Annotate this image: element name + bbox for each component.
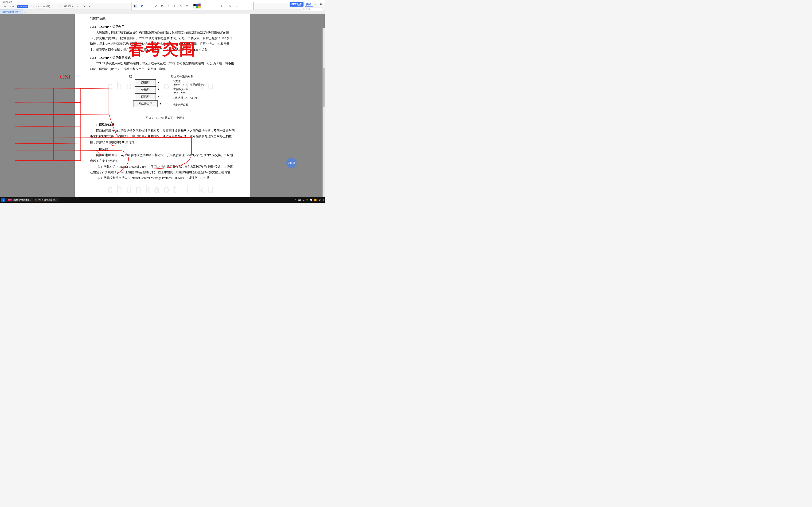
tray-ime-icon[interactable]: ⌨ xyxy=(298,199,301,201)
redo-anno-button[interactable]: ↷ xyxy=(213,4,217,8)
color-palette[interactable] xyxy=(193,4,203,8)
paragraph: TCP/IP 协议也采用分层体系结构，对应开放系统互连（OSI）参考模型的层次结… xyxy=(90,60,235,72)
tray-chevron-icon[interactable]: ^ xyxy=(295,199,296,201)
undo-icon: ↶ xyxy=(209,5,210,7)
arrow-icon xyxy=(167,5,170,7)
arrow xyxy=(158,97,171,97)
page-number-input[interactable] xyxy=(37,5,42,8)
cursor-icon xyxy=(134,5,137,7)
rect-icon xyxy=(149,5,151,7)
print-button[interactable]: 🖨 打印 xyxy=(9,5,15,8)
fullscreen-button[interactable]: ⛶ xyxy=(319,3,323,6)
timer-badge[interactable]: 04:08 xyxy=(286,158,297,168)
taskbar-label: 计算机网络技术第... xyxy=(13,199,31,202)
annotation-osi-label: OSI xyxy=(60,73,70,80)
heading-2: 2. 网际层 xyxy=(90,147,235,152)
annotation-toolbar[interactable]: T ↶ ↷ 🗑 🔍 ✕ xyxy=(132,2,254,10)
taskbar-label: TCPIP往年真题.do... xyxy=(38,199,57,202)
color-black[interactable] xyxy=(193,4,196,6)
svg-point-2 xyxy=(161,5,163,7)
ellipse-icon xyxy=(161,5,163,7)
page-nav: ← /179页 → xyxy=(32,5,54,8)
zoom-in-icon: +⃝ xyxy=(77,6,78,7)
taskbar-pdf-app[interactable]: PDF 计算机网络技术第... xyxy=(6,198,33,202)
vertical-scrollbar[interactable] xyxy=(322,28,325,203)
line-icon xyxy=(155,5,157,7)
scroll-thumb[interactable] xyxy=(323,68,325,107)
windows-taskbar: e PDF 计算机网络技术第... W TCPIP往年真题.do... ^ ⌨ … xyxy=(0,197,325,203)
tray-sogou-icon[interactable]: S xyxy=(322,199,324,201)
tray-cloud-icon[interactable]: ☁ xyxy=(302,199,305,201)
save-as-label: 另存 xyxy=(4,6,6,7)
redo-icon: ↷ xyxy=(89,6,90,7)
label-r2b: (TCP、UDP) xyxy=(173,90,187,95)
rect-tool[interactable] xyxy=(148,4,152,8)
color-white[interactable] xyxy=(201,4,203,6)
tab-label: 络技术第四版.pdf xyxy=(2,10,18,13)
right-buttons: PPT制作 美图 ≡ ⛶ xyxy=(290,2,323,7)
wps-icon: W xyxy=(35,199,37,201)
undo-icon: ↶ xyxy=(84,6,85,7)
color-white3[interactable] xyxy=(201,6,203,8)
pen-tool[interactable] xyxy=(140,4,144,8)
label-r4: 特定的网络帧 xyxy=(173,102,189,107)
label-r3: IP数据报 (IP、ICMP) xyxy=(173,95,197,100)
paragraph: （2）网际控制报文协议（Internet Control Message Pro… xyxy=(90,175,235,181)
line-tool[interactable] xyxy=(154,4,158,8)
tab-close-button[interactable]: × xyxy=(19,10,21,13)
search-input[interactable] xyxy=(302,7,323,11)
svg-rect-0 xyxy=(149,5,151,7)
ellipse-tool[interactable] xyxy=(160,4,164,8)
select-tool[interactable] xyxy=(133,4,138,8)
highlight-tool[interactable] xyxy=(179,4,183,8)
prev-page-button[interactable]: ← xyxy=(32,5,36,8)
color-green[interactable] xyxy=(196,6,198,8)
taskbar-edge[interactable]: e xyxy=(1,198,5,202)
color-red[interactable] xyxy=(198,4,201,6)
next-page-button[interactable]: → xyxy=(51,5,54,8)
arrow-tool[interactable] xyxy=(166,4,170,8)
ppt-make-button[interactable]: PPT制作 xyxy=(290,2,304,7)
color-yellow[interactable] xyxy=(198,6,201,8)
tray-chat-icon[interactable]: 💬 xyxy=(310,199,312,201)
zoom-out-button[interactable]: −⃝ xyxy=(58,5,62,8)
print-icon: 🖨 xyxy=(10,6,11,7)
pdf-page: 春考突围 chunkaot i ku chunkaot i ku 和国际协调。 … xyxy=(75,14,250,202)
highlight-icon xyxy=(180,5,182,7)
layer-app: 应用层 xyxy=(135,79,156,86)
document-tab[interactable]: 络技术第四版.pdf × xyxy=(0,9,23,14)
menu-button[interactable]: ≡ xyxy=(314,3,318,6)
undo-button[interactable]: ↶ xyxy=(83,5,87,8)
save-as-button[interactable]: ▢ 另存 xyxy=(1,5,7,8)
undo-anno-button[interactable]: ↶ xyxy=(207,4,211,8)
redo-button[interactable]: ↷ xyxy=(88,5,91,8)
close-anno-button[interactable]: ✕ xyxy=(234,4,239,8)
edge-icon: e xyxy=(3,199,4,201)
pdf-icon: PDF xyxy=(8,199,12,201)
tray-volume-icon[interactable]: 🔊 xyxy=(318,199,321,201)
list-tool[interactable] xyxy=(185,4,189,8)
pdf-to-word-button[interactable]: W PDF转Word xyxy=(17,5,28,8)
color-white2[interactable] xyxy=(193,6,196,8)
zoom-in-button[interactable]: +⃝ xyxy=(75,5,79,8)
tray-wifi-icon[interactable]: 📶 xyxy=(314,199,317,201)
redo-icon: ↷ xyxy=(215,5,216,7)
paragraph: （1）网际协议（Internet Protocol，IP）：使用 IP 地址确定… xyxy=(90,164,235,175)
zoom-select[interactable]: 125.0% ∨ xyxy=(63,5,74,8)
delete-anno-button[interactable]: 🗑 xyxy=(220,4,224,8)
search-anno-button[interactable]: 🔍 xyxy=(228,4,232,8)
new-tab-button[interactable]: + xyxy=(23,11,27,14)
layer-transport: 传输层 xyxy=(135,87,156,93)
paragraph: 和国际协调。 xyxy=(90,16,235,21)
meitu-button[interactable]: 美图 xyxy=(305,2,313,7)
color-blue[interactable] xyxy=(196,4,198,6)
layer-internet: 网际层 xyxy=(135,94,156,100)
system-tray: ^ ⌨ ☁ 🛡 💬 📶 🔊 S xyxy=(295,199,324,201)
page-total: /179页 xyxy=(43,5,50,8)
text-tool[interactable]: T xyxy=(173,4,177,8)
heading-3-3-2: 3.3.2 TCP/IP 协议的作用 xyxy=(90,24,235,30)
pen-icon xyxy=(140,5,143,7)
taskbar-wps-app[interactable]: W TCPIP往年真题.do... xyxy=(34,198,58,202)
paragraph: 网络访问层与 OSI 的数据链路层和物理层相对应，负责管理设备和网络之间的数据交… xyxy=(90,128,235,145)
tray-shield-icon[interactable]: 🛡 xyxy=(306,199,308,201)
